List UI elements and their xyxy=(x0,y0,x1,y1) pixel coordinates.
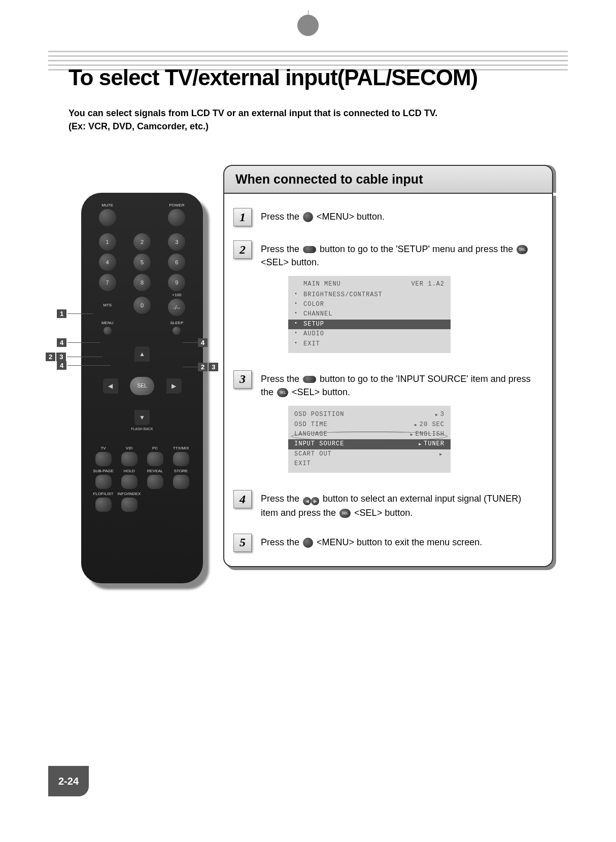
step-1-number: 1 xyxy=(233,208,252,226)
num-8-button: 8 xyxy=(133,274,151,291)
sleep-label: SLEEP xyxy=(170,321,183,325)
osd-row: INPUT SOURCETUNER xyxy=(288,439,451,449)
pc-label: PC xyxy=(152,446,158,450)
menu-label: MENU xyxy=(101,321,114,325)
tv-label: TV xyxy=(100,446,106,450)
num-4-button: 4 xyxy=(99,254,116,271)
hold-button xyxy=(121,475,138,489)
power-label: POWER xyxy=(169,203,184,207)
dpad-down-button: ▼ xyxy=(134,410,150,425)
callout-23-left: 23 xyxy=(46,353,102,361)
menu-icon xyxy=(303,538,313,548)
num-1-button: 1 xyxy=(99,233,116,251)
dpad-left-button: ◀ xyxy=(103,378,118,394)
osd-row: •COLOR xyxy=(294,300,444,309)
step-4-number: 4 xyxy=(233,490,252,508)
power-button xyxy=(168,209,185,226)
infoindex-button xyxy=(121,498,138,512)
floplist-button xyxy=(95,498,112,512)
menu-icon xyxy=(303,212,313,222)
tv-button xyxy=(95,452,112,466)
step-1-text: Press the <MENU> button. xyxy=(261,208,385,226)
osd-row: •EXIT xyxy=(294,339,444,349)
updown-icon xyxy=(303,376,316,383)
pc-button xyxy=(147,452,163,466)
num-6-button: 6 xyxy=(168,254,185,271)
step-1: 1 Press the <MENU> button. xyxy=(233,208,540,226)
panel-header: When connected to cable input xyxy=(223,165,553,193)
osd-main-menu: MAIN MENUVER 1.A2 •BRIGHTNESS/CONTRAST•C… xyxy=(288,276,451,353)
mute-button xyxy=(99,209,116,226)
reveal-button xyxy=(147,475,163,489)
num-3-button: 3 xyxy=(168,233,185,251)
step-4: 4 Press the ◀▶ button to select an exter… xyxy=(233,490,540,519)
osd-highlight-circle-icon xyxy=(291,432,448,441)
step-5: 5 Press the <MENU> button to exit the me… xyxy=(233,534,540,552)
page-title: To select TV/external input(PAL/SECOM) xyxy=(69,65,568,90)
dashes-button: -/-- xyxy=(168,299,185,316)
reveal-label: REVEAL xyxy=(147,469,163,473)
step-3: 3 Press the button to go to the 'INPUT S… xyxy=(233,370,540,476)
updown-icon xyxy=(303,246,316,253)
floplist-label: FLOP/LIST xyxy=(93,492,113,496)
callout-4-left: 4 xyxy=(57,338,100,347)
plus100-label: +100 xyxy=(172,293,181,297)
crop-mark-icon xyxy=(298,15,318,36)
osd-row: OSD TIME20 SEC xyxy=(294,420,444,430)
dpad-up-button: ▲ xyxy=(134,346,150,362)
ttxmix-button xyxy=(173,452,189,466)
osd-row: •BRIGHTNESS/CONTRAST xyxy=(294,290,444,300)
remote-control: MUTE POWER 1 2 3 4 5 6 7 8 9 MTS 0 xyxy=(81,193,203,583)
remote-control-figure: MUTE POWER 1 2 3 4 5 6 7 8 9 MTS 0 xyxy=(81,193,203,583)
sel-icon: SEL xyxy=(339,509,351,518)
num-5-button: 5 xyxy=(133,254,151,271)
subpage-label: SUB-PAGE xyxy=(93,469,114,473)
callout-23-right: 23 xyxy=(183,363,219,371)
callout-4-right: 4 xyxy=(183,338,209,347)
intro-line-1: You can select signals from LCD TV or an… xyxy=(69,108,437,118)
step-3-number: 3 xyxy=(233,370,252,389)
osd-setup-menu: OSD POSITION3OSD TIME20 SECLANGUAGEENGLI… xyxy=(288,406,451,473)
step-2: 2 Press the button to go to the 'SETUP' … xyxy=(233,240,540,356)
infoindex-label: INFO/INDEX xyxy=(118,492,141,496)
instruction-panel: When connected to cable input 1 Press th… xyxy=(223,165,553,567)
sel-icon: SEL xyxy=(277,388,288,397)
mts-label: MTS xyxy=(103,303,112,307)
num-2-button: 2 xyxy=(133,233,151,251)
vid-button xyxy=(121,452,138,466)
callout-1: 1 xyxy=(57,309,93,318)
intro-text: You can select signals from LCD TV or an… xyxy=(69,107,568,133)
num-9-button: 9 xyxy=(168,274,185,291)
osd-row: •CHANNEL xyxy=(294,309,444,319)
num-7-button: 7 xyxy=(99,274,116,291)
osd-row: •AUDIO xyxy=(294,329,444,339)
dpad-right-button: ▶ xyxy=(166,378,182,394)
panel-body: 1 Press the <MENU> button. 2 Press the b… xyxy=(223,193,553,567)
callout-4-bottom-left: 4 xyxy=(57,361,111,370)
step-5-number: 5 xyxy=(233,534,252,552)
sleep-button xyxy=(173,327,181,335)
subpage-button xyxy=(95,475,112,489)
osd-row: •SETUP xyxy=(288,320,451,329)
store-button xyxy=(173,475,189,489)
step-4-text: Press the ◀▶ button to select an externa… xyxy=(261,490,540,519)
dpad: ▲ ▼ ◀ ▶ SEL xyxy=(103,346,182,425)
sel-icon: SEL xyxy=(517,245,528,254)
step-2-text: Press the button to go to the 'SETUP' me… xyxy=(261,240,540,356)
step-3-text: Press the button to go to the 'INPUT SOU… xyxy=(261,370,540,476)
flash-back-label: FLASH BACK xyxy=(90,427,194,431)
num-0-button: 0 xyxy=(133,297,151,314)
step-2-number: 2 xyxy=(233,240,252,259)
hold-label: HOLD xyxy=(123,469,134,473)
osd1-version: VER 1.A2 xyxy=(411,280,444,289)
sel-button: SEL xyxy=(130,377,154,395)
leftright-icon: ◀▶ xyxy=(303,493,319,506)
osd-row: OSD POSITION3 xyxy=(294,410,444,419)
osd-row: EXIT xyxy=(294,459,444,469)
osd1-title: MAIN MENU xyxy=(303,280,341,289)
intro-line-2: (Ex: VCR, DVD, Camcorder, etc.) xyxy=(69,121,209,131)
store-label: STORE xyxy=(174,469,188,473)
mute-label: MUTE xyxy=(101,203,113,207)
menu-button xyxy=(104,327,112,335)
ttxmix-label: TTX/MIX xyxy=(173,446,189,450)
